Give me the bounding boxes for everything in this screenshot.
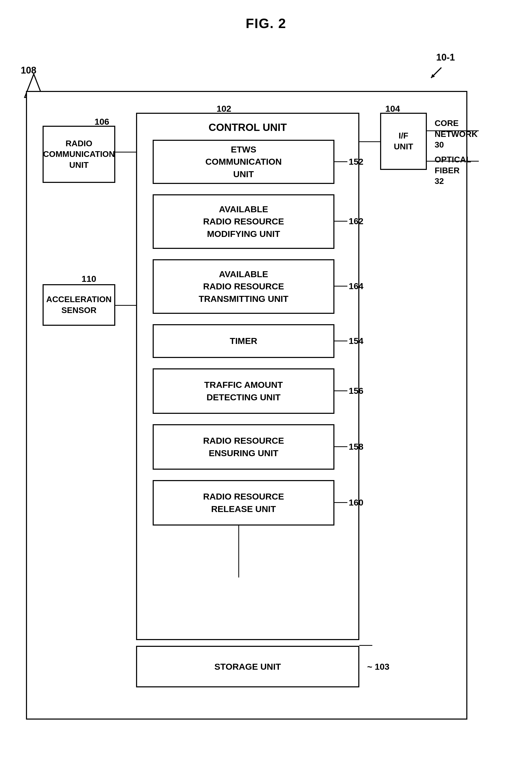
label-158: 158 [349, 442, 363, 452]
label-162: 162 [349, 216, 363, 226]
avail-transmitting-label: AVAILABLERADIO RESOURCETRANSMITTING UNIT [199, 268, 289, 305]
timer-box: TIMER [153, 324, 334, 358]
radio-communication-unit-label: RADIOCOMMUNICATIONUNIT [43, 138, 115, 171]
avail-transmitting-unit-box: AVAILABLERADIO RESOURCETRANSMITTING UNIT [153, 259, 334, 314]
label-152: 152 [349, 157, 363, 167]
timer-label: TIMER [230, 335, 257, 347]
acceleration-sensor-label: ACCELERATIONSENSOR [46, 294, 112, 316]
etws-connector [334, 161, 347, 162]
label-160: 160 [349, 497, 363, 507]
label-156: 156 [349, 386, 363, 396]
optical-fiber-label: OPTICALFIBER 32 [435, 154, 471, 187]
radio-release-unit-box: RADIO RESOURCERELEASE UNIT [153, 480, 334, 525]
traffic-detecting-label: TRAFFIC AMOUNTDETECTING UNIT [204, 379, 283, 403]
storage-unit-box: STORAGE UNIT ~ 103 [136, 646, 359, 687]
traffic-connector [334, 390, 347, 391]
traffic-detecting-unit-box: TRAFFIC AMOUNTDETECTING UNIT [153, 368, 334, 414]
radio-release-label: RADIO RESOURCERELEASE UNIT [203, 490, 284, 515]
arrow-10-1-icon [428, 65, 444, 82]
label-103: ~ 103 [367, 662, 389, 672]
etws-label: ETWSCOMMUNICATIONUNIT [205, 143, 282, 181]
release-connector [334, 502, 347, 503]
label-106: 106 [94, 117, 109, 127]
label-102: 102 [216, 103, 231, 114]
storage-connector [359, 645, 372, 646]
radio-communication-unit-box: RADIOCOMMUNICATIONUNIT [43, 126, 115, 183]
figure-title: FIG. 2 [246, 16, 286, 31]
modifying-connector [334, 221, 347, 222]
control-to-if-line [359, 141, 381, 142]
label-110: 110 [81, 274, 96, 284]
timer-connector [334, 340, 347, 341]
acceleration-sensor-box: ACCELERATIONSENSOR [43, 284, 115, 326]
label-164: 164 [349, 281, 363, 291]
etws-communication-unit-box: ETWSCOMMUNICATIONUNIT [153, 140, 334, 184]
avail-modifying-label: AVAILABLERADIO RESOURCEMODIFYING UNIT [203, 203, 284, 240]
accel-to-control-line [115, 305, 137, 306]
storage-unit-label: STORAGE UNIT [214, 662, 281, 672]
label-104: 104 [385, 103, 400, 114]
system-outer-box: 106 RADIOCOMMUNICATIONUNIT 110 ACCELERAT… [26, 91, 467, 720]
core-network-label: CORENETWORK 30 [435, 118, 477, 150]
avail-modifying-unit-box: AVAILABLERADIO RESOURCEMODIFYING UNIT [153, 194, 334, 249]
radio-ensuring-label: RADIO RESOURCEENSURING UNIT [203, 435, 284, 459]
if-unit-box: I/FUNIT [380, 113, 427, 170]
radio-ensuring-unit-box: RADIO RESOURCEENSURING UNIT [153, 424, 334, 470]
if-unit-label: I/FUNIT [394, 130, 413, 152]
label-154: 154 [349, 336, 363, 346]
control-unit-title: CONTROL UNIT [137, 121, 358, 133]
radio-to-control-line [115, 152, 137, 152]
control-unit-box: CONTROL UNIT ETWSCOMMUNICATIONUNIT 152 A… [136, 113, 359, 640]
ensuring-connector [334, 446, 347, 447]
label-10-1: 10-1 [436, 52, 455, 63]
transmitting-connector [334, 286, 347, 286]
control-to-storage-line [238, 525, 239, 577]
